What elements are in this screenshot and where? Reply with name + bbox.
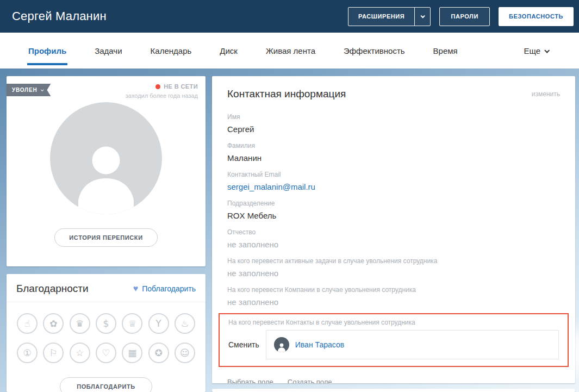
- tab-profile[interactable]: Профиль: [14, 33, 80, 69]
- user-avatar-icon: [274, 337, 289, 352]
- profile-card: УВОЛЕН НЕ В СЕТИ заходил более года наза…: [7, 76, 206, 266]
- thank-button[interactable]: ПОБЛАГОДАРИТЬ: [60, 377, 152, 392]
- field-value-empty: не заполнено: [227, 297, 560, 307]
- message-history-button[interactable]: ИСТОРИЯ ПЕРЕПИСКИ: [54, 228, 157, 247]
- page-title: Сергей Маланин: [12, 9, 107, 23]
- badge-cake-icon[interactable]: ♨: [175, 313, 195, 334]
- badge-award-icon[interactable]: ✪: [148, 343, 169, 363]
- gratitude-header: Благодарности ♥ Поблагодарить: [7, 274, 206, 302]
- badge-trophy-icon[interactable]: ♛: [70, 313, 90, 334]
- person-silhouette-icon: [276, 341, 287, 352]
- field-label: Фамилия: [227, 142, 560, 150]
- thank-link-label: Поблагодарить: [142, 284, 196, 293]
- field-value: ROX Мебель: [227, 211, 560, 220]
- create-field-link[interactable]: Создать поле: [288, 378, 332, 383]
- presence-status: НЕ В СЕТИ: [164, 83, 198, 90]
- chevron-down-icon: [544, 47, 550, 53]
- select-field-link[interactable]: Выбрать поле: [227, 378, 273, 383]
- profile-page: Сергей Маланин РАСШИРЕНИЯ ПАРОЛИ БЕЗОПАС…: [0, 0, 579, 392]
- badge-medal-one-icon[interactable]: ①: [17, 343, 38, 363]
- tab-calendar[interactable]: Календарь: [136, 33, 206, 69]
- topbar-actions: РАСШИРЕНИЯ ПАРОЛИ БЕЗОПАСНОСТЬ: [348, 7, 574, 26]
- field-value-empty: не заполнено: [227, 269, 560, 278]
- badge-heart-icon[interactable]: ♡: [96, 343, 116, 363]
- tab-drive[interactable]: Диск: [206, 33, 252, 69]
- field-last-name: Фамилия Маланин: [227, 142, 560, 163]
- badge-cocktail-icon[interactable]: Υ: [148, 313, 169, 334]
- right-column: Контактная информация изменить Имя Серге…: [212, 76, 575, 392]
- tab-tasks[interactable]: Задачи: [80, 33, 136, 69]
- gratitude-card: Благодарности ♥ Поблагодарить ☝ ✿ ♛ $ ♕ …: [7, 274, 206, 392]
- heart-icon: ♥: [133, 284, 139, 294]
- gratitude-badge-grid: ☝ ✿ ♛ $ ♕ Υ ♨ ① ⚐ ☆ ♡ ▦ ✪ ☺: [7, 302, 206, 363]
- transfer-contacts-row: Сменить Иван Тарасов: [228, 330, 559, 359]
- last-seen-text: заходил более года назад: [126, 92, 198, 99]
- avatar: [50, 102, 162, 214]
- badge-money-icon[interactable]: $: [96, 313, 116, 334]
- field-department: Подразделение ROX Мебель: [227, 200, 560, 220]
- chevron-down-icon: [421, 14, 425, 18]
- tab-more[interactable]: Еще: [509, 33, 563, 69]
- presence-block: НЕ В СЕТИ заходил более года назад: [126, 83, 198, 99]
- selected-user-link[interactable]: Иван Тарасов: [295, 340, 344, 349]
- fired-status-label: УВОЛЕН: [12, 87, 37, 93]
- transfer-contacts-highlighted-field: На кого перевести Контакты в случае увол…: [219, 313, 569, 367]
- badge-smile-icon[interactable]: ☺: [175, 343, 195, 363]
- badge-thumbs-up-icon[interactable]: ☝: [17, 313, 38, 334]
- edit-link[interactable]: изменить: [532, 90, 560, 98]
- contact-card-footer-links: Выбрать поле Создать поле: [227, 378, 560, 383]
- left-column: УВОЛЕН НЕ В СЕТИ заходил более года наза…: [7, 76, 206, 392]
- content-area: УВОЛЕН НЕ В СЕТИ заходил более года наза…: [0, 69, 579, 392]
- email-link[interactable]: sergei_malanin@mail.ru: [227, 182, 560, 191]
- field-middle-name: Отчество не заполнено: [227, 228, 560, 249]
- badge-flag-icon[interactable]: ⚐: [43, 343, 64, 363]
- next-section-card: [212, 389, 575, 392]
- tab-time[interactable]: Время: [419, 33, 472, 69]
- tab-more-label: Еще: [524, 46, 540, 55]
- field-transfer-tasks: На кого перевести активные задачи в случ…: [227, 257, 560, 278]
- field-label: На кого перевести активные задачи в случ…: [227, 257, 560, 265]
- selected-user-box[interactable]: Иван Тарасов: [266, 330, 559, 359]
- change-user-button[interactable]: Сменить: [228, 340, 259, 349]
- gratitude-title: Благодарности: [16, 283, 89, 295]
- field-label: Подразделение: [227, 200, 560, 207]
- contact-card-header: Контактная информация изменить: [227, 88, 560, 100]
- extensions-dropdown-button[interactable]: [414, 8, 430, 26]
- tab-feed[interactable]: Живая лента: [252, 33, 329, 69]
- extensions-button-label[interactable]: РАСШИРЕНИЯ: [348, 13, 414, 20]
- badge-crown-icon[interactable]: ♕: [122, 313, 142, 334]
- security-button[interactable]: БЕЗОПАСНОСТЬ: [499, 7, 574, 26]
- badge-gift-icon[interactable]: ✿: [43, 313, 64, 334]
- badge-star-icon[interactable]: ☆: [70, 343, 90, 363]
- extensions-split-button[interactable]: РАСШИРЕНИЯ: [348, 7, 431, 26]
- profile-nav-tabs: Профиль Задачи Календарь Диск Живая лент…: [0, 33, 579, 69]
- field-first-name: Имя Сергей: [227, 113, 560, 134]
- field-label: Имя: [227, 113, 560, 121]
- field-label: На кого перевести Контакты в случае увол…: [228, 319, 559, 326]
- field-label: На кого перевести Компании в случае увол…: [227, 286, 560, 294]
- badge-gift-box-icon[interactable]: ▦: [122, 343, 142, 363]
- tab-efficiency[interactable]: Эффективность: [329, 33, 419, 69]
- field-value: Маланин: [227, 153, 560, 163]
- field-label: Контактный Email: [227, 171, 560, 178]
- chevron-down-icon: [41, 88, 44, 91]
- field-value: Сергей: [227, 125, 560, 134]
- contact-card-title: Контактная информация: [227, 88, 346, 100]
- field-value-empty: не заполнено: [227, 240, 560, 249]
- field-label: Отчество: [227, 228, 560, 236]
- person-silhouette-icon: [65, 133, 147, 214]
- passwords-button[interactable]: ПАРОЛИ: [439, 7, 490, 26]
- field-transfer-companies: На кого перевести Компании в случае увол…: [227, 286, 560, 307]
- field-email: Контактный Email sergei_malanin@mail.ru: [227, 171, 560, 191]
- offline-dot-icon: [155, 84, 160, 89]
- top-bar: Сергей Маланин РАСШИРЕНИЯ ПАРОЛИ БЕЗОПАС…: [0, 0, 579, 33]
- thank-link[interactable]: ♥ Поблагодарить: [133, 284, 196, 294]
- contact-info-card: Контактная информация изменить Имя Серге…: [212, 76, 575, 383]
- fired-status-badge[interactable]: УВОЛЕН: [7, 84, 51, 96]
